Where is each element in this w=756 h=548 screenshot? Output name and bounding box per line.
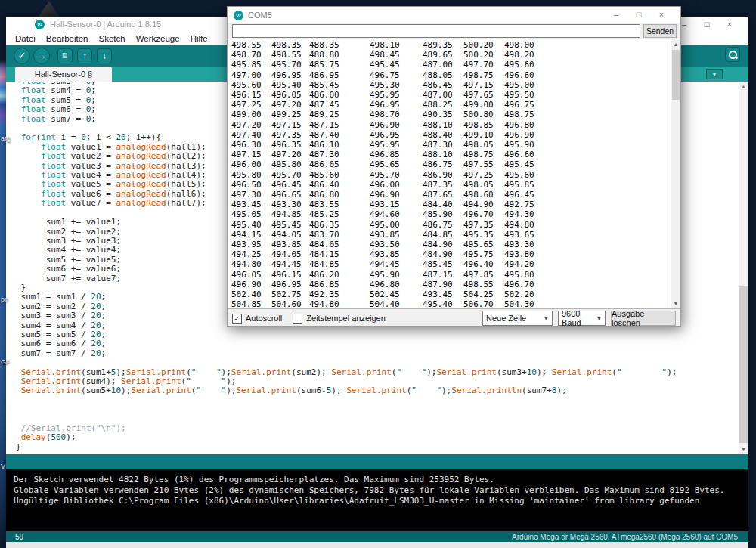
serial-data-row: 493.45493.30483.55493.15484.40494.90492.… (231, 200, 680, 209)
serial-data-row: 495.80495.70485.60495.70486.90497.25495.… (231, 170, 680, 180)
document-icon: 🗎 (61, 51, 69, 60)
down-arrow-icon: ↓ (102, 51, 107, 61)
code-line: sum5 = sum5 / 20; (16, 330, 748, 339)
desktop-icon-label-fragment: GF (1, 358, 11, 366)
serial-data-row: 497.00496.95486.95496.75488.05498.75496.… (231, 70, 680, 80)
editor-scrollbar-thumb[interactable] (739, 286, 748, 443)
serial-send-input[interactable] (232, 24, 640, 38)
serial-data-row: 493.95493.85484.05493.50484.90495.65493.… (231, 240, 680, 249)
ide-window-controls: – □ × (673, 17, 741, 32)
open-sketch-button[interactable]: ↑ (77, 48, 92, 63)
serial-monitor-titlebar[interactable]: ∞ COM5 – □ × (228, 7, 680, 23)
ide-window-bottom-edge (6, 542, 748, 548)
arduino-app-icon: ∞ (234, 11, 243, 20)
autoscroll-label: Autoscroll (246, 314, 282, 323)
code-line: sum7 = sum7 / 20; (16, 349, 748, 358)
code-line: } (16, 443, 748, 452)
serial-data-row: 496.90496.95486.85496.80487.90498.55496.… (231, 280, 680, 289)
serial-data-row: 497.15497.20487.30496.85488.10498.75496.… (231, 150, 680, 159)
console-message: Ungültige Bibliothek C:\Program Files (x… (14, 496, 748, 506)
serial-scrollbar-thumb[interactable] (672, 50, 680, 100)
serial-output-area: 498.55498.35488.35498.10489.35500.20498.… (228, 39, 680, 309)
serial-data-row: 496.15496.05486.00495.95487.00497.65495.… (231, 90, 680, 100)
serial-data-row: 497.25497.20487.45496.95488.25499.00496.… (231, 100, 680, 110)
timestamp-label: Zeitstempel anzeigen (306, 314, 386, 323)
serial-data-row: 495.60495.40485.45495.30486.45497.15495.… (231, 80, 680, 90)
maximize-icon[interactable]: □ (627, 7, 650, 22)
serial-data-row: 496.05496.15486.20495.90487.15497.85495.… (231, 270, 680, 280)
menu-datei[interactable]: Datei (10, 34, 41, 43)
desktop-icon-label-fragment: po (1, 296, 8, 303)
code-line (16, 396, 748, 405)
console-message: Globale Variablen verwenden 210 Bytes (2… (14, 485, 748, 496)
serial-data-row: 494.15494.05483.70493.85484.85495.35493.… (231, 230, 680, 240)
build-console: Der Sketch verwendet 4822 Bytes (1%) des… (6, 469, 748, 531)
serial-send-row: Senden (228, 23, 680, 39)
serial-data-row: 499.00499.25489.25498.70490.35500.80498.… (231, 110, 680, 119)
serial-data-row: 495.85495.70485.75495.45487.00497.70495.… (231, 60, 680, 70)
code-line: Serial.print(sum5+10);Serial.print(" ");… (16, 386, 748, 395)
close-icon[interactable]: × (718, 17, 741, 32)
serial-data-row: 496.50496.45486.40496.00487.35498.05495.… (231, 180, 680, 190)
console-message: Der Sketch verwendet 4822 Bytes (1%) des… (14, 475, 748, 485)
up-arrow-icon: ↑ (82, 51, 87, 61)
editor-scrollbar[interactable]: ▲ ▼ (739, 82, 748, 454)
serial-data-row: 494.80494.45484.85494.45485.45496.40494.… (231, 259, 680, 269)
serial-monitor-button[interactable] (725, 47, 740, 62)
chevron-down-icon: ▼ (712, 72, 717, 77)
serial-data-row: 497.40497.35487.40496.95488.40499.10496.… (231, 130, 680, 140)
magnifier-icon (729, 51, 737, 59)
code-line: delay(500); (16, 433, 748, 442)
code-line: //Serial.print("\n"); (16, 424, 748, 433)
board-port-status: Arduino Mega or Mega 2560, ATmega2560 (M… (512, 533, 738, 541)
timestamp-checkbox[interactable] (293, 314, 302, 324)
arduino-app-icon: ∞ (35, 20, 45, 29)
menu-werkzeuge[interactable]: Werkzeuge (131, 34, 185, 43)
serial-data-row: 502.40502.75492.35502.45493.45504.25502.… (231, 289, 680, 299)
scroll-up-icon[interactable]: ▲ (739, 82, 748, 91)
menu-hilfe[interactable]: Hilfe (185, 34, 213, 43)
chevron-down-icon: ▼ (590, 316, 602, 321)
ide-status-bar: 59 Arduino Mega or Mega 2560, ATmega2560… (6, 531, 748, 542)
serial-monitor-window: ∞ COM5 – □ × Senden 498.55498.35488.3549… (227, 6, 681, 327)
desktop-icon-label-fragment: arg (1, 135, 11, 142)
serial-data-row: 495.05494.85485.25494.60485.90496.70494.… (231, 209, 680, 219)
serial-monitor-window-controls: – □ × (605, 7, 673, 22)
serial-data-row: 494.25494.05484.15493.85484.90495.75493.… (231, 249, 680, 259)
new-sketch-button[interactable]: 🗎 (57, 48, 73, 63)
scroll-up-icon[interactable]: ▲ (671, 39, 680, 49)
close-icon[interactable]: × (650, 7, 673, 22)
editor-console-divider[interactable] (6, 454, 748, 469)
serial-output-scrollbar[interactable]: ▲ ▼ (671, 39, 680, 308)
save-sketch-button[interactable]: ↓ (97, 48, 112, 63)
menu-bearbeiten[interactable]: Bearbeiten (41, 34, 94, 43)
line-ending-value: Neue Zeile (486, 314, 526, 323)
menu-sketch[interactable]: Sketch (93, 34, 130, 43)
code-line (16, 405, 748, 414)
check-icon: ✓ (18, 50, 26, 61)
baud-rate-select[interactable]: 9600 Baud ▼ (558, 311, 606, 326)
chevron-down-icon: ▼ (538, 316, 549, 321)
tab-hall-sensor-0[interactable]: Hall-Sensor-0 § (15, 67, 112, 82)
right-arrow-icon: → (37, 50, 47, 61)
serial-data-row: 504.85504.60494.80504.40495.40506.70504.… (231, 299, 680, 309)
baud-rate-value: 9600 Baud (562, 309, 590, 327)
code-line: sum6 = sum6 / 20; (16, 339, 748, 348)
send-button[interactable]: Senden (643, 24, 677, 38)
serial-monitor-options-bar: ✓ Autoscroll Zeitstempel anzeigen Neue Z… (228, 309, 680, 327)
line-ending-select[interactable]: Neue Zeile ▼ (482, 311, 553, 326)
clear-output-button[interactable]: Ausgabe löschen (611, 311, 676, 326)
maximize-icon[interactable]: □ (696, 17, 718, 32)
verify-button[interactable]: ✓ (14, 48, 30, 64)
serial-data-row: 495.40495.45486.35495.00486.75497.35494.… (231, 220, 680, 230)
autoscroll-checkbox[interactable]: ✓ (232, 314, 242, 324)
serial-data-row: 496.00495.80486.05495.65486.75497.55495.… (231, 159, 680, 169)
serial-monitor-title: COM5 (248, 11, 272, 20)
serial-data-row: 497.30496.65486.80496.90487.65498.60496.… (231, 190, 680, 200)
scroll-down-icon[interactable]: ▼ (739, 444, 748, 454)
serial-output-rows: 498.55498.35488.35498.10489.35500.20498.… (228, 39, 680, 309)
minimize-icon[interactable]: – (605, 7, 627, 22)
scroll-down-icon[interactable]: ▼ (671, 299, 680, 308)
tab-list-dropdown-button[interactable]: ▼ (706, 69, 723, 79)
upload-button[interactable]: → (33, 48, 50, 64)
